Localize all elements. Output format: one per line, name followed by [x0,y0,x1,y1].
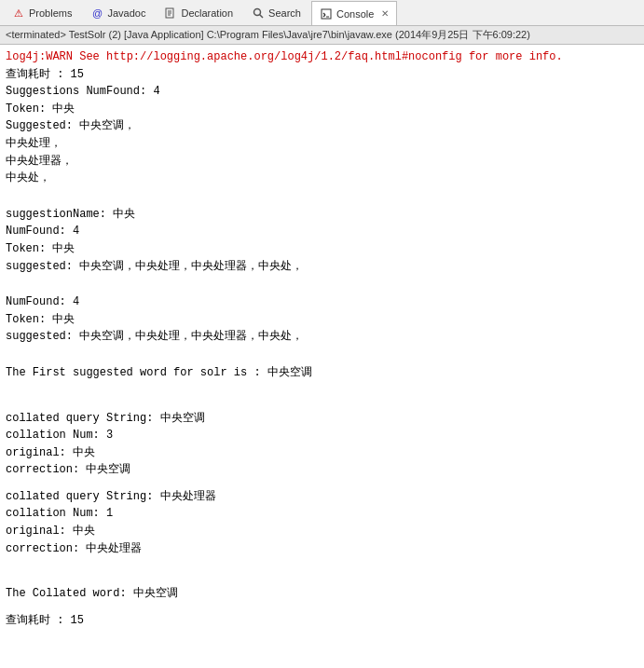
console-line: NumFound: 4 [6,223,638,240]
console-spacer [6,355,638,364]
svg-line-5 [260,15,264,19]
console-line: NumFound: 4 [6,293,638,311]
console-line: suggested: 中央空调，中央处理，中央处理器，中央处， [6,328,638,346]
svg-line-7 [323,13,325,15]
console-tab-icon [320,7,333,20]
console-body[interactable]: log4j:WARN See http://logging.apache.org… [0,45,644,666]
declaration-tab-icon [164,7,177,20]
console-line: Token: 中央 [6,240,638,258]
console-spacer [6,566,638,576]
tab-search[interactable]: Search [243,1,309,25]
console-line: 查询耗时 : 15 [6,66,638,84]
declaration-tab-label: Declaration [181,7,233,19]
search-tab-label: Search [268,7,301,19]
console-line: collation Num: 1 [6,505,638,523]
console-line: original: 中央 [6,444,638,462]
console-spacer [6,401,638,410]
javadoc-tab-icon: @ [90,7,103,20]
console-spacer [6,382,638,391]
console-line: Suggestions NumFound: 4 [6,83,638,101]
console-tab-close[interactable]: ✕ [381,8,389,19]
console-line: 查询耗时 : 15 [6,612,638,630]
console-spacer [6,346,638,355]
console-line: 中央处， [6,170,638,187]
problems-tab-label: Problems [29,7,72,19]
console-line: Token: 中央 [6,101,638,118]
console-line: suggested: 中央空调，中央处理，中央处理器，中央处， [6,258,638,276]
console-line: 中央处理， [6,135,638,153]
console-line: correction: 中央空调 [6,461,638,479]
console-tab-label: Console [336,8,374,20]
console-spacer [6,391,638,401]
console-line: collated query String: 中央空调 [6,410,638,428]
tab-problems[interactable]: ⚠Problems [4,1,80,25]
console-spacer [6,197,638,206]
console-line: collated query String: 中央处理器 [6,488,638,506]
console-line: Token: 中央 [6,311,638,329]
console-spacer [6,479,638,488]
tab-bar: ⚠Problems@JavadocDeclarationSearchConsol… [0,0,644,26]
warn-url[interactable]: http://logging.apache.org/log4j/1.2/faq.… [106,50,462,63]
svg-point-4 [254,9,261,16]
tab-javadoc[interactable]: @Javadoc [82,1,154,25]
title-bar: <terminated> TestSolr (2) [Java Applicat… [0,26,644,45]
console-line: The Collated word: 中央空调 [6,585,638,603]
problems-tab-icon: ⚠ [12,7,25,20]
console-line: Suggested: 中央空调， [6,117,638,135]
console-line: 中央处理器， [6,153,638,170]
javadoc-tab-label: Javadoc [107,7,145,19]
console-spacer [6,284,638,293]
console-line: The First suggested word for solr is : 中… [6,364,638,382]
console-line: suggestionName: 中央 [6,206,638,224]
console-spacer [6,187,638,197]
tab-console[interactable]: Console✕ [311,1,397,25]
console-spacer [6,275,638,284]
console-line: original: 中央 [6,523,638,540]
console-line: collation Num: 3 [6,427,638,444]
console-line: log4j:WARN See http://logging.apache.org… [6,48,638,66]
console-line: correction: 中央处理器 [6,540,638,558]
console-spacer [6,603,638,612]
search-tab-icon [252,7,265,20]
svg-line-8 [323,15,325,17]
tab-declaration[interactable]: Declaration [156,1,241,25]
console-spacer [6,576,638,585]
console-spacer [6,557,638,566]
